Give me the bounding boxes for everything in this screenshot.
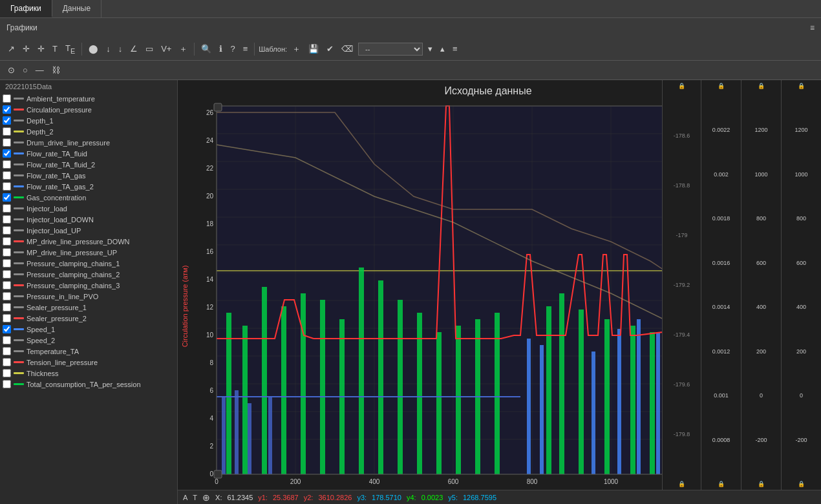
depth-mid4: -179.4 [674, 331, 690, 338]
series-color-icon [14, 273, 24, 275]
sidebar-item-pressure_clamping_chains_2[interactable]: Pressure_clamping_chains_2 [0, 269, 177, 280]
checkbox-speed_1[interactable] [3, 325, 11, 333]
checkbox-total_consumption_ta_per_session[interactable] [3, 380, 11, 388]
toolbar-btn-angle[interactable]: ∠ [127, 43, 140, 55]
sidebar-item-sealer_pressure_1[interactable]: Sealer_pressure_1 [0, 302, 177, 313]
toolbar-btn-line[interactable]: ↗ [5, 43, 17, 55]
checkbox-flow_rate_ta_fluid_2[interactable] [3, 160, 11, 169]
menu-icon[interactable]: ≡ [810, 23, 815, 32]
checkbox-ambient_temperature[interactable] [3, 94, 11, 103]
sidebar-item-pressure_in_line_pvo[interactable]: Pressure_in_line_PVO [0, 291, 177, 302]
status-y3-label: y3: [357, 494, 367, 501]
svg-rect-73 [436, 332, 442, 474]
toolbar-btn-check[interactable]: ✔ [324, 43, 336, 55]
checkbox-depth_1[interactable] [3, 116, 11, 125]
sidebar-item-mp_drive_line_pressure_down[interactable]: MP_drive_line_pressure_DOWN [0, 236, 177, 247]
template-select[interactable]: -- [358, 43, 423, 56]
checkbox-injector_load_up[interactable] [3, 226, 11, 235]
checkbox-mp_drive_line_pressure_down[interactable] [3, 237, 11, 246]
sidebar-item-tension_line_pressure[interactable]: Tension_line_pressure [0, 357, 177, 368]
sidebar-item-temperature_ta[interactable]: Temperature_TA [0, 346, 177, 357]
series-label: Total_consumption_TA_per_session [27, 381, 141, 388]
sidebar-item-depth_1[interactable]: Depth_1 [0, 115, 177, 126]
title-bar-label: Графики [6, 23, 37, 32]
sidebar-item-mp_drive_line_pressure_up[interactable]: MP_drive_line_pressure_UP [0, 247, 177, 258]
checkbox-injector_load_down[interactable] [3, 215, 11, 224]
sidebar-item-ambient_temperature[interactable]: Ambient_temperature [0, 93, 177, 104]
checkbox-flow_rate_ta_gas[interactable] [3, 171, 11, 180]
checkbox-gas_concentration[interactable] [3, 193, 11, 202]
gas-mid1: 1000 [754, 171, 767, 178]
checkbox-tension_line_pressure[interactable] [3, 358, 11, 366]
toolbar2-btn-dash[interactable]: — [33, 64, 47, 76]
checkbox-pressure_clamping_chains_3[interactable] [3, 281, 11, 289]
sidebar-item-injector_load_up[interactable]: Injector_load_UP [0, 225, 177, 236]
toolbar-btn-zoom[interactable]: 🔍 [198, 43, 214, 55]
toolbar-btn-menu2[interactable]: ≡ [450, 43, 460, 55]
toolbar2-btn-radio[interactable]: ○ [20, 64, 30, 76]
flow-top-val: 0.0022 [712, 127, 730, 133]
checkbox-thickness[interactable] [3, 369, 11, 377]
toolbar2-btn-circle[interactable]: ⊙ [5, 64, 17, 76]
checkbox-injector_load[interactable] [3, 204, 11, 213]
checkbox-depth_2[interactable] [3, 127, 11, 136]
toolbar-btn-vplus[interactable]: V+ [158, 43, 174, 55]
sidebar-item-speed_2[interactable]: Speed_2 [0, 335, 177, 346]
sidebar-item-pressure_clamping_chains_3[interactable]: Pressure_clamping_chains_3 [0, 280, 177, 291]
svg-rect-69 [359, 268, 364, 474]
toolbar-btn-list[interactable]: ≡ [240, 43, 251, 55]
series-label: Speed_1 [27, 326, 55, 333]
toolbar-btn-cursor[interactable]: ✛ [20, 43, 32, 55]
checkbox-pressure_in_line_pvo[interactable] [3, 292, 11, 300]
sidebar-item-depth_2[interactable]: Depth_2 [0, 126, 177, 137]
sidebar-item-thickness[interactable]: Thickness [0, 368, 177, 379]
sidebar-item-drum_drive_line_pressure[interactable]: Drum_drive_line_pressure [0, 137, 177, 148]
toolbar-btn-up[interactable]: ▴ [438, 43, 447, 55]
sidebar-item-injector_load_down[interactable]: Injector_load_DOWN [0, 214, 177, 225]
toolbar-btn-save[interactable]: 💾 [306, 43, 321, 55]
toolbar-btn-template-add[interactable]: ＋ [290, 42, 303, 56]
checkbox-flow_rate_ta_gas_2[interactable] [3, 182, 11, 191]
checkbox-pressure_clamping_chains_1[interactable] [3, 259, 11, 268]
series-color-icon [14, 372, 24, 374]
sidebar-item-flow_rate_ta_fluid_2[interactable]: Flow_rate_TA_fluid_2 [0, 159, 177, 170]
checkbox-temperature_ta[interactable] [3, 347, 11, 355]
svg-rect-108 [214, 470, 222, 478]
sidebar-item-pressure_clamping_chains_1[interactable]: Pressure_clamping_chains_1 [0, 258, 177, 269]
svg-rect-90 [235, 390, 239, 474]
toolbar-btn-plus[interactable]: ＋ [176, 42, 190, 56]
flow-lock-top: 🔒 [718, 83, 725, 89]
toolbar-btn-rect[interactable]: ▭ [143, 43, 156, 55]
toolbar-btn-cursor2[interactable]: ✛ [35, 43, 47, 55]
checkbox-drum_drive_line_pressure[interactable] [3, 138, 11, 147]
tab-grafiki[interactable]: Графики [0, 0, 52, 17]
sidebar-item-gas_concentration[interactable]: Gas_concentration [0, 192, 177, 203]
toolbar-btn-info[interactable]: ℹ [217, 43, 225, 55]
sidebar-item-circulation_pressure[interactable]: Circulation_pressure [0, 104, 177, 115]
sidebar-item-flow_rate_ta_fluid[interactable]: Flow_rate_TA_fluid [0, 148, 177, 159]
toolbar-btn-text[interactable]: T [50, 43, 60, 55]
toolbar-btn-down2[interactable]: ↓ [103, 43, 113, 55]
sidebar-item-sealer_pressure_2[interactable]: Sealer_pressure_2 [0, 313, 177, 324]
toolbar-btn-dropdown[interactable]: ▾ [425, 43, 435, 55]
sidebar-item-flow_rate_ta_gas[interactable]: Flow_rate_TA_gas [0, 170, 177, 181]
toolbar2-btn-link[interactable]: ⛓ [49, 64, 63, 76]
checkbox-mp_drive_line_pressure_up[interactable] [3, 248, 11, 257]
tab-dannye[interactable]: Данные [52, 0, 101, 17]
sidebar-item-injector_load[interactable]: Injector_load [0, 203, 177, 214]
toolbar-btn-texte[interactable]: TE [63, 42, 78, 56]
sidebar-item-flow_rate_ta_gas_2[interactable]: Flow_rate_TA_gas_2 [0, 181, 177, 192]
toolbar-btn-down1[interactable]: ⬤ [86, 43, 101, 55]
toolbar-btn-delete[interactable]: ⌫ [339, 43, 356, 55]
checkbox-sealer_pressure_1[interactable] [3, 303, 11, 311]
sidebar-item-total_consumption_ta_per_session[interactable]: Total_consumption_TA_per_session [0, 379, 177, 390]
toolbar-btn-down3[interactable]: ↓ [116, 43, 125, 55]
series-label: Flow_rate_TA_gas [27, 172, 86, 180]
checkbox-circulation_pressure[interactable] [3, 105, 11, 114]
checkbox-speed_2[interactable] [3, 336, 11, 344]
checkbox-pressure_clamping_chains_2[interactable] [3, 270, 11, 278]
checkbox-flow_rate_ta_fluid[interactable] [3, 149, 11, 158]
sidebar-item-speed_1[interactable]: Speed_1 [0, 324, 177, 335]
toolbar-btn-help[interactable]: ? [228, 43, 237, 55]
checkbox-sealer_pressure_2[interactable] [3, 314, 11, 322]
